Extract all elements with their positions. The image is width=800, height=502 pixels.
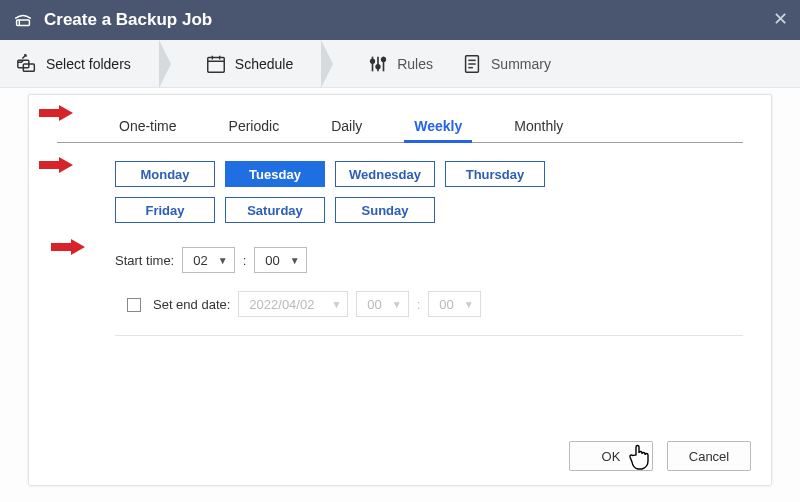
start-hour-select[interactable]: 02 ▼ — [182, 247, 234, 273]
chevron-right-icon — [321, 40, 339, 88]
day-sunday[interactable]: Sunday — [335, 197, 435, 223]
chevron-down-icon: ▼ — [331, 299, 341, 310]
tab-one-time[interactable]: One-time — [115, 118, 181, 142]
start-minute-select[interactable]: 00 ▼ — [254, 247, 306, 273]
folders-icon — [16, 53, 38, 75]
select-value: 2022/04/02 — [249, 297, 314, 312]
day-saturday[interactable]: Saturday — [225, 197, 325, 223]
start-time-row: Start time: 02 ▼ : 00 ▼ — [57, 229, 743, 273]
end-date-row: Set end date: 2022/04/02 ▼ 00 ▼ : 00 ▼ — [57, 273, 743, 317]
step-rules[interactable]: Rules — [367, 53, 433, 75]
annotation-arrow — [39, 157, 73, 173]
dialog-footer: OK Cancel — [569, 441, 751, 471]
end-date-label: Set end date: — [153, 297, 230, 312]
select-value: 02 — [193, 253, 207, 268]
day-friday[interactable]: Friday — [115, 197, 215, 223]
window-title: Create a Backup Job — [44, 10, 212, 30]
day-thursday[interactable]: Thursday — [445, 161, 545, 187]
annotation-arrow — [51, 239, 85, 255]
sliders-icon — [367, 53, 389, 75]
step-schedule[interactable]: Schedule — [205, 53, 293, 75]
end-date-checkbox[interactable] — [127, 298, 141, 312]
weekday-selector: Monday Tuesday Wednesday Thursday Friday… — [57, 143, 597, 229]
tab-monthly[interactable]: Monthly — [510, 118, 567, 142]
schedule-tabs: One-time Periodic Daily Weekly Monthly — [57, 111, 743, 143]
ok-button[interactable]: OK — [569, 441, 653, 471]
svg-point-9 — [371, 59, 375, 63]
step-select-folders[interactable]: Select folders — [16, 53, 131, 75]
divider — [115, 335, 743, 336]
day-wednesday[interactable]: Wednesday — [335, 161, 435, 187]
time-separator: : — [243, 253, 247, 268]
svg-point-13 — [382, 57, 386, 61]
start-time-label: Start time: — [115, 253, 174, 268]
day-tuesday[interactable]: Tuesday — [225, 161, 325, 187]
svg-rect-0 — [17, 20, 30, 26]
chevron-down-icon: ▼ — [218, 255, 228, 266]
chevron-right-icon — [159, 40, 177, 88]
document-icon — [461, 53, 483, 75]
tab-weekly[interactable]: Weekly — [410, 118, 466, 142]
end-minute-select[interactable]: 00 ▼ — [428, 291, 480, 317]
chevron-down-icon: ▼ — [464, 299, 474, 310]
day-monday[interactable]: Monday — [115, 161, 215, 187]
step-label: Schedule — [235, 56, 293, 72]
chevron-down-icon: ▼ — [290, 255, 300, 266]
step-label: Select folders — [46, 56, 131, 72]
tab-periodic[interactable]: Periodic — [225, 118, 284, 142]
time-separator: : — [417, 297, 421, 312]
step-summary[interactable]: Summary — [461, 53, 551, 75]
step-label: Rules — [397, 56, 433, 72]
svg-rect-4 — [208, 57, 225, 72]
select-value: 00 — [265, 253, 279, 268]
annotation-arrow — [39, 105, 73, 121]
close-icon[interactable]: ✕ — [773, 8, 788, 30]
end-date-select[interactable]: 2022/04/02 ▼ — [238, 291, 348, 317]
cancel-button[interactable]: Cancel — [667, 441, 751, 471]
step-label: Summary — [491, 56, 551, 72]
select-value: 00 — [439, 297, 453, 312]
schedule-panel: One-time Periodic Daily Weekly Monthly M… — [28, 94, 772, 486]
wizard-stepper: Select folders Schedule Rules Summary — [0, 40, 800, 88]
title-bar: Create a Backup Job ✕ — [0, 0, 800, 40]
svg-point-11 — [376, 64, 380, 68]
nas-icon — [12, 9, 34, 31]
tab-daily[interactable]: Daily — [327, 118, 366, 142]
select-value: 00 — [367, 297, 381, 312]
end-hour-select[interactable]: 00 ▼ — [356, 291, 408, 317]
calendar-icon — [205, 53, 227, 75]
chevron-down-icon: ▼ — [392, 299, 402, 310]
